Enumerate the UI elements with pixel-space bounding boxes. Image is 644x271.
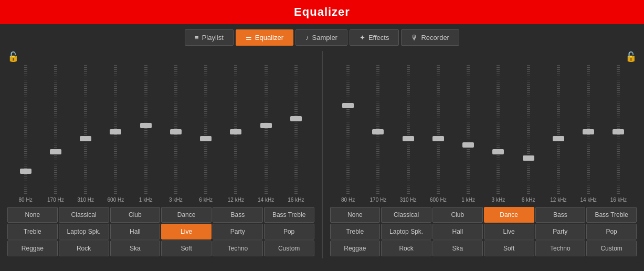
slider-thumb-1[interactable]	[372, 129, 384, 134]
preset-btn-hall[interactable]: Hall	[432, 224, 483, 239]
slider-track-3[interactable]	[437, 64, 440, 195]
tab-recorder[interactable]: 🎙 Recorder	[401, 29, 459, 46]
preset-btn-treble[interactable]: Treble	[330, 224, 381, 239]
preset-btn-techno[interactable]: Techno	[213, 241, 263, 256]
slider-track-8[interactable]	[265, 64, 268, 195]
preset-btn-none[interactable]: None	[330, 207, 381, 223]
preset-btn-laptop-spk.[interactable]: Laptop Spk.	[59, 224, 109, 239]
slider-col-3	[437, 64, 440, 195]
tab-effects[interactable]: ✦ Effects	[350, 29, 399, 46]
slider-track-2[interactable]	[84, 64, 87, 195]
preset-btn-dance[interactable]: Dance	[161, 207, 212, 223]
slider-thumb-1[interactable]	[50, 149, 61, 154]
slider-thumb-3[interactable]	[432, 136, 444, 141]
slider-track-9[interactable]	[617, 64, 620, 195]
lock-icon-right[interactable]: 🔓	[625, 51, 637, 62]
slider-track-1[interactable]	[54, 64, 57, 195]
freq-label-5: 3 kHz	[165, 197, 186, 203]
app-title: Equalizer	[0, 5, 644, 19]
slider-track-5[interactable]	[497, 64, 500, 195]
slider-thumb-3[interactable]	[110, 129, 121, 134]
preset-btn-bass-treble[interactable]: Bass Treble	[586, 207, 637, 223]
slider-track-0[interactable]	[346, 64, 350, 195]
preset-btn-ska[interactable]: Ska	[432, 241, 483, 256]
preset-btn-soft[interactable]: Soft	[484, 241, 534, 256]
slider-thumb-7[interactable]	[553, 136, 564, 141]
preset-btn-bass-treble[interactable]: Bass Treble	[264, 207, 314, 223]
preset-btn-custom[interactable]: Custom	[264, 241, 314, 256]
slider-thumb-4[interactable]	[140, 123, 152, 128]
preset-btn-bass[interactable]: Bass	[213, 207, 263, 223]
preset-btn-treble[interactable]: Treble	[7, 224, 58, 239]
slider-track-0[interactable]	[24, 64, 27, 195]
preset-btn-reggae[interactable]: Reggae	[7, 241, 58, 256]
slider-thumb-5[interactable]	[492, 149, 504, 154]
preset-btn-techno[interactable]: Techno	[535, 241, 586, 256]
tab-playlist[interactable]: ≡ Playlist	[185, 29, 234, 46]
effects-icon: ✦	[360, 34, 365, 41]
slider-track-5[interactable]	[174, 64, 177, 195]
slider-col-5	[497, 64, 500, 195]
slider-thumb-9[interactable]	[613, 129, 624, 134]
slider-track-4[interactable]	[144, 64, 147, 195]
preset-btn-reggae[interactable]: Reggae	[330, 241, 381, 256]
tab-equalizer[interactable]: ⚌ Equalizer	[236, 29, 293, 46]
freq-label-0: 80 Hz	[15, 197, 36, 203]
slider-track-7[interactable]	[234, 64, 237, 195]
slider-thumb-8[interactable]	[260, 123, 272, 128]
preset-btn-classical[interactable]: Classical	[381, 207, 431, 223]
slider-thumb-2[interactable]	[403, 136, 414, 141]
preset-btn-dance[interactable]: Dance	[484, 207, 534, 223]
slider-thumb-0[interactable]	[20, 169, 31, 174]
slider-thumb-2[interactable]	[80, 136, 91, 141]
freq-label-1: 170 Hz	[367, 197, 388, 203]
slider-thumb-6[interactable]	[200, 136, 212, 141]
slider-track-6[interactable]	[204, 64, 207, 195]
slider-col-0	[24, 64, 27, 195]
slider-track-9[interactable]	[294, 64, 298, 195]
slider-track-7[interactable]	[557, 64, 560, 195]
preset-btn-rock[interactable]: Rock	[59, 241, 109, 256]
tab-sampler[interactable]: ♪ Sampler	[295, 29, 347, 46]
slider-col-8	[587, 64, 590, 195]
tab-recorder-label: Recorder	[421, 34, 449, 41]
preset-btn-custom[interactable]: Custom	[586, 241, 637, 256]
preset-btn-live[interactable]: Live	[161, 224, 212, 239]
slider-track-2[interactable]	[407, 64, 410, 195]
preset-btn-rock[interactable]: Rock	[381, 241, 431, 256]
preset-btn-live[interactable]: Live	[484, 224, 534, 239]
slider-track-6[interactable]	[527, 64, 530, 195]
preset-btn-party[interactable]: Party	[535, 224, 586, 239]
slider-thumb-5[interactable]	[170, 129, 182, 134]
preset-btn-hall[interactable]: Hall	[110, 224, 161, 239]
preset-btn-party[interactable]: Party	[213, 224, 263, 239]
preset-btn-soft[interactable]: Soft	[161, 241, 212, 256]
freq-labels-left: 80 Hz170 Hz310 Hz600 Hz1 kHz3 kHz6 kHz12…	[5, 195, 316, 205]
preset-btn-ska[interactable]: Ska	[110, 241, 161, 256]
slider-thumb-9[interactable]	[290, 116, 302, 121]
slider-track-8[interactable]	[587, 64, 590, 195]
slider-col-2	[84, 64, 87, 195]
slider-track-4[interactable]	[467, 64, 470, 195]
preset-btn-pop[interactable]: Pop	[586, 224, 637, 239]
slider-thumb-0[interactable]	[342, 103, 354, 108]
eq-panel-right: 🔓 80 Hz170 Hz310 Hz600 Hz1 kHz3 kHz6 kHz…	[328, 51, 639, 258]
preset-btn-bass[interactable]: Bass	[535, 207, 586, 223]
preset-btn-club[interactable]: Club	[110, 207, 161, 223]
panel-divider	[322, 51, 323, 258]
slider-track-1[interactable]	[376, 64, 379, 195]
lock-icon-left[interactable]: 🔓	[7, 51, 19, 62]
slider-track-3[interactable]	[114, 64, 117, 195]
preset-btn-none[interactable]: None	[7, 207, 58, 223]
preset-btn-pop[interactable]: Pop	[264, 224, 314, 239]
slider-thumb-7[interactable]	[230, 129, 241, 134]
slider-thumb-8[interactable]	[583, 129, 594, 134]
recorder-icon: 🎙	[411, 34, 418, 41]
preset-btn-club[interactable]: Club	[432, 207, 483, 223]
preset-btn-laptop-spk.[interactable]: Laptop Spk.	[381, 224, 431, 239]
preset-btn-classical[interactable]: Classical	[59, 207, 109, 223]
tab-equalizer-label: Equalizer	[255, 34, 283, 41]
slider-thumb-4[interactable]	[462, 142, 474, 148]
slider-col-9	[617, 64, 620, 195]
slider-thumb-6[interactable]	[523, 155, 534, 161]
